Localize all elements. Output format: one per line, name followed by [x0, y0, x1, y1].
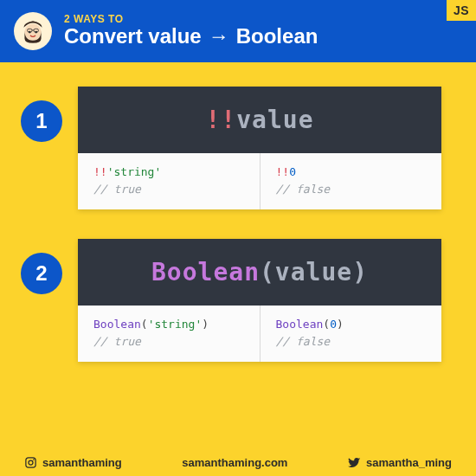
function-token: Boolean — [151, 258, 260, 286]
content: 1 !!value !!'string' // true !!0 // fals… — [0, 62, 476, 362]
twitter-text: samantha_ming — [366, 456, 452, 469]
header-title: Convert value → Boolean — [64, 25, 318, 48]
comment-token: // false — [276, 333, 427, 351]
comment-token: // false — [276, 181, 427, 198]
number-token: 0 — [289, 165, 296, 178]
function-token: Boolean — [276, 318, 324, 331]
variable-token: value — [275, 258, 352, 286]
instagram-text: samanthaming — [42, 456, 122, 469]
step-number: 1 — [21, 100, 62, 142]
avatar-icon — [18, 16, 48, 46]
string-token: 'string' — [148, 318, 203, 331]
title-part-b: Boolean — [236, 25, 318, 48]
svg-point-1 — [24, 24, 41, 41]
code-card: Boolean(value) Boolean('string') // true… — [78, 239, 441, 362]
header: 2 WAYS TO Convert value → Boolean JS — [0, 0, 476, 62]
header-text: 2 WAYS TO Convert value → Boolean — [64, 14, 318, 48]
examples-row: Boolean('string') // true Boolean(0) // … — [78, 306, 441, 362]
comment-token: // true — [93, 181, 244, 198]
operator-token: !! — [276, 165, 290, 178]
operator-token: !! — [93, 165, 107, 178]
footer: samanthaming samanthaming.com samantha_m… — [0, 456, 476, 469]
paren-token: ( — [323, 318, 330, 331]
variable-token: value — [236, 106, 313, 134]
examples-row: !!'string' // true !!0 // false — [78, 153, 441, 209]
paren-token: ( — [141, 318, 148, 331]
example-cell: !!0 // false — [260, 153, 442, 209]
paren-token: ) — [202, 318, 209, 331]
step-number: 2 — [21, 253, 62, 294]
code-main: !!value — [78, 87, 441, 153]
twitter-handle: samantha_ming — [348, 456, 452, 469]
method-block: 1 !!value !!'string' // true !!0 // fals… — [21, 87, 441, 209]
function-token: Boolean — [93, 318, 141, 331]
code-card: !!value !!'string' // true !!0 // false — [78, 87, 441, 209]
paren-token: ( — [260, 258, 275, 286]
js-badge: JS — [447, 0, 476, 21]
code-main: Boolean(value) — [78, 239, 441, 306]
string-token: 'string' — [107, 165, 162, 178]
svg-point-9 — [33, 459, 35, 460]
website-text: samanthaming.com — [182, 456, 287, 469]
instagram-handle: samanthaming — [24, 456, 122, 469]
instagram-icon — [24, 456, 37, 469]
example-cell: Boolean('string') // true — [78, 306, 260, 362]
avatar — [14, 12, 52, 50]
number-token: 0 — [330, 318, 337, 331]
method-block: 2 Boolean(value) Boolean('string') // tr… — [21, 239, 441, 362]
title-part-a: Convert value — [64, 25, 202, 48]
paren-token: ) — [352, 258, 368, 286]
twitter-icon — [348, 456, 361, 469]
example-cell: Boolean(0) // false — [260, 306, 442, 362]
operator-token: !! — [205, 106, 236, 134]
comment-token: // true — [93, 333, 244, 351]
arrow-icon: → — [209, 25, 229, 48]
svg-point-8 — [29, 460, 33, 465]
paren-token: ) — [337, 318, 344, 331]
example-cell: !!'string' // true — [78, 153, 260, 209]
